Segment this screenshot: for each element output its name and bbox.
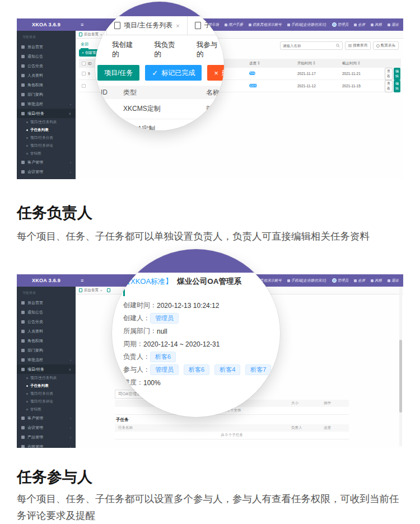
sidebar-item-notice-category[interactable]: 公告分类 (17, 61, 76, 71)
col-start[interactable]: 开始时间 (297, 61, 342, 66)
sidebar-item-approval[interactable]: 审批流程‹ (17, 355, 76, 364)
cell-end: 2021-11-21 (342, 72, 385, 76)
page-tab-home[interactable]: 后台首页× (79, 288, 102, 293)
theme-icon (371, 24, 374, 26)
sidebar-item-label: 公告分类 (27, 63, 43, 69)
sidebar-item-customer[interactable]: 客户管理‹ (17, 157, 76, 167)
hamburger-icon[interactable]: ≡ (81, 22, 83, 27)
hamburger-icon[interactable]: ≡ (81, 278, 83, 283)
page-tab-home[interactable]: 后台首页× (79, 32, 102, 37)
checkbox[interactable] (82, 72, 86, 76)
sidebar-subitem-task-category[interactable]: 项目/任务分类 (17, 134, 76, 142)
checkbox[interactable] (82, 84, 86, 88)
sidebar-item-notice[interactable]: 通知公告 (17, 307, 76, 317)
col-progress[interactable]: 进度 (249, 61, 297, 66)
sidebar-item-notice-category[interactable]: 公告分类 (17, 317, 76, 326)
field-label: 创建时间： (123, 301, 157, 310)
sidebar-item-staff[interactable]: 人员资料 (17, 326, 76, 336)
nav-theme[interactable]: 风格 (371, 22, 382, 27)
page-tab-partial[interactable] (107, 288, 110, 292)
sidebar-subitem-subtask-list[interactable]: 子任务列表 (17, 382, 76, 390)
file-icon (114, 22, 120, 29)
user-tag[interactable]: 析客6 (184, 364, 209, 375)
filter-owned-by-me[interactable]: 我负责的 (154, 40, 181, 59)
tab-main-task-list[interactable]: 项目/主任务列表× (106, 16, 188, 35)
bell-icon (21, 55, 25, 58)
edit-button[interactable]: 编辑 (394, 80, 400, 92)
sidebar-subitem-task-comment[interactable]: 项目/任务评论 (17, 397, 76, 405)
sidebar-item-project[interactable]: 项目/任务∨ (17, 364, 76, 374)
sidebar-subitem-gantt[interactable]: 甘特图 (17, 149, 76, 157)
delete-button[interactable]: ×删除 (207, 65, 224, 81)
nav-manual[interactable]: 用户手册 (225, 22, 243, 27)
sidebar-item-approval[interactable]: 审批流程‹ (17, 99, 76, 109)
user-tag[interactable]: 析客4 (214, 364, 240, 375)
sidebar-item-product[interactable]: 产品管理‹ (17, 176, 76, 179)
close-icon[interactable]: × (100, 289, 102, 292)
view-button[interactable]: 查看 (385, 68, 393, 80)
sidebar-item-meeting[interactable]: 会议管理‹ (17, 167, 76, 176)
search-query-button[interactable]: 搜索查询 (345, 41, 371, 50)
user-tag[interactable]: 管理员 (150, 313, 179, 324)
nav-label: 手机端(企业微信演示) (291, 22, 326, 27)
filter-participated[interactable]: 我参与的 (197, 40, 224, 59)
customer-icon (21, 161, 25, 164)
sidebar-subitem-gantt[interactable]: 甘特图 (17, 405, 76, 413)
sidebar-item-role[interactable]: 角色权限 (17, 80, 76, 90)
nav-mobile[interactable]: 手机端(企业微信演示) (287, 278, 326, 283)
nav-user[interactable]: 管理员 (332, 278, 349, 283)
create-task-button[interactable]: 项目/任务 (97, 65, 139, 81)
close-icon[interactable]: × (100, 33, 102, 36)
nav-fullscreen[interactable]: 全屏 (354, 22, 365, 27)
nav-mobile[interactable]: 手机端(企业微信演示) (287, 22, 326, 27)
sidebar-item-department[interactable]: 部门架构 (17, 90, 76, 99)
close-icon[interactable]: × (176, 22, 179, 29)
nav-user[interactable]: 管理员 (332, 22, 349, 27)
sidebar-subitem-task-category[interactable]: 项目/任务分类 (17, 390, 76, 397)
magnified-navbar (95, 2, 224, 16)
sidebar-item-department[interactable]: 部门架构 (17, 345, 76, 355)
chevron-left-icon: ‹ (70, 102, 71, 106)
sidebar-subitem-subtask-list[interactable]: 子任务列表 (17, 126, 76, 134)
sidebar-subitem-main-task-list[interactable]: 项目/主任务列表 (17, 118, 76, 126)
filter-created-by-me[interactable]: 我创建的 (112, 40, 139, 59)
user-tag[interactable]: 管理员 (150, 364, 179, 375)
user-icon (21, 74, 25, 77)
nav-switch-account[interactable]: 切换其他演示账号 (249, 22, 282, 27)
user-tag[interactable]: 析客6 (150, 352, 176, 362)
sidebar-item-meeting[interactable]: 会议管理‹ (17, 423, 76, 432)
progress-bar: 70% (249, 71, 255, 75)
col-end[interactable]: 截止时间 (342, 61, 385, 66)
search-input[interactable] (283, 44, 335, 48)
sidebar-subitem-main-task-list[interactable]: 项目/主任务列表 (17, 374, 76, 382)
mark-done-button[interactable]: ✓标记已完成 (145, 65, 202, 81)
search-icon[interactable] (336, 44, 340, 48)
configure-columns-button[interactable]: 配置表头 (373, 41, 399, 50)
subtask-table: 任务名称 负责人 进度 共 0 个子任务 (115, 424, 349, 439)
scrollbar-thumb[interactable] (399, 340, 402, 413)
cell-progress: 100% (249, 83, 297, 88)
nav-label: 管理员 (338, 22, 349, 27)
edit-button[interactable]: 编辑 (394, 68, 400, 80)
nav-fullscreen[interactable]: 全屏 (354, 278, 365, 283)
sidebar-item-contract[interactable]: 合同管理‹ (17, 442, 76, 448)
nav-theme[interactable]: 风格 (371, 278, 382, 283)
sidebar-subitem-task-comment[interactable]: 项目/任务评论 (17, 142, 76, 149)
switch-account-icon (249, 24, 251, 26)
user-tag[interactable]: 析客7 (245, 364, 271, 375)
sidebar-item-product[interactable]: 产品管理‹ (17, 432, 76, 442)
sidebar-item-notice[interactable]: 通知公告 (17, 52, 76, 61)
nav-logout[interactable]: 退出 (388, 278, 399, 283)
sidebar-item-customer[interactable]: 客户管理‹ (17, 413, 76, 423)
sidebar-item-project[interactable]: 项目/任务∨ (17, 109, 76, 118)
sidebar-item-home[interactable]: 后台首页 (17, 42, 76, 52)
sidebar-item-staff[interactable]: 人员资料 (17, 71, 76, 80)
nav-logout[interactable]: 退出 (388, 22, 399, 27)
sidebar-item-home[interactable]: 后台首页 (17, 298, 76, 307)
list-icon (348, 44, 352, 47)
sidebar-item-role[interactable]: 角色权限 (17, 336, 76, 345)
filter-tab-all[interactable]: 全部 (81, 41, 88, 49)
checkbox[interactable] (82, 62, 86, 66)
view-button[interactable]: 查看 (385, 80, 393, 92)
sidebar-item-label: 后台首页 (27, 44, 43, 50)
